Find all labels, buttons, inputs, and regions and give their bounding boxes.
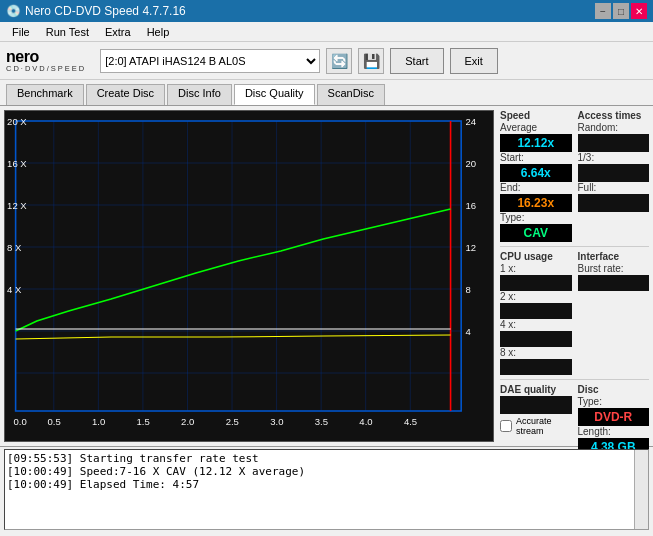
menu-file[interactable]: File bbox=[4, 25, 38, 39]
disc-title: Disc bbox=[578, 384, 650, 395]
disc-type-value: DVD-R bbox=[578, 408, 650, 426]
titlebar-controls: − □ ✕ bbox=[595, 3, 647, 19]
cpu-8x-value bbox=[500, 359, 572, 375]
right-panel: Speed Average 12.12x Start: 6.64x End: 1… bbox=[498, 106, 653, 446]
menu-extra[interactable]: Extra bbox=[97, 25, 139, 39]
random-value bbox=[578, 134, 650, 152]
save-button[interactable]: 💾 bbox=[358, 48, 384, 74]
minimize-button[interactable]: − bbox=[595, 3, 611, 19]
disc-length-label: Length: bbox=[578, 426, 650, 437]
x-label-35: 3.5 bbox=[315, 417, 328, 427]
tab-disc-info[interactable]: Disc Info bbox=[167, 84, 232, 105]
refresh-button[interactable]: 🔄 bbox=[326, 48, 352, 74]
random-label: Random: bbox=[578, 122, 650, 133]
y-label-16x: 16 X bbox=[7, 159, 27, 169]
speed-access-section: Speed Average 12.12x Start: 6.64x End: 1… bbox=[500, 110, 649, 242]
maximize-button[interactable]: □ bbox=[613, 3, 629, 19]
log-scrollbar[interactable] bbox=[634, 450, 648, 529]
y-label-8x: 8 X bbox=[7, 243, 21, 253]
log-line-1: [10:00:49] Speed:7-16 X CAV (12.12 X ave… bbox=[7, 465, 646, 478]
access-col: Access times Random: 1/3: Full: bbox=[578, 110, 650, 242]
cpu-title: CPU usage bbox=[500, 251, 572, 262]
exit-button[interactable]: Exit bbox=[450, 48, 498, 74]
svg-rect-0 bbox=[5, 111, 493, 441]
tab-disc-quality[interactable]: Disc Quality bbox=[234, 84, 315, 105]
nero-logo-sub: CD·DVD/SPEED bbox=[6, 65, 86, 73]
y-right-20: 20 bbox=[465, 159, 476, 169]
tab-scandisc[interactable]: ScanDisc bbox=[317, 84, 385, 105]
accurate-stream-row: Accurate stream bbox=[500, 416, 572, 436]
burst-label: Burst rate: bbox=[578, 263, 650, 274]
tab-benchmark[interactable]: Benchmark bbox=[6, 84, 84, 105]
average-value: 12.12x bbox=[500, 134, 572, 152]
accurate-stream-label: Accurate stream bbox=[516, 416, 572, 436]
dae-title: DAE quality bbox=[500, 384, 572, 395]
cpu-4x-label: 4 x: bbox=[500, 319, 572, 330]
menu-help[interactable]: Help bbox=[139, 25, 178, 39]
titlebar-left: 💿 Nero CD-DVD Speed 4.7.7.16 bbox=[6, 4, 186, 18]
y-label-4x: 4 X bbox=[7, 285, 21, 295]
y-right-24: 24 bbox=[465, 117, 476, 127]
titlebar: 💿 Nero CD-DVD Speed 4.7.7.16 − □ ✕ bbox=[0, 0, 653, 22]
y-label-12x: 12 X bbox=[7, 201, 27, 211]
log-line-0: [09:55:53] Starting transfer rate test bbox=[7, 452, 646, 465]
tabs-bar: Benchmark Create Disc Disc Info Disc Qua… bbox=[0, 80, 653, 106]
cpu-section: CPU usage 1 x: 2 x: 4 x: 8 x: Interface … bbox=[500, 251, 649, 375]
nero-logo-text: nero bbox=[6, 48, 86, 66]
one-third-value bbox=[578, 164, 650, 182]
app-title: Nero CD-DVD Speed 4.7.7.16 bbox=[25, 4, 186, 18]
x-label-3: 3.0 bbox=[270, 417, 283, 427]
cpu-col: CPU usage 1 x: 2 x: 4 x: 8 x: bbox=[500, 251, 572, 375]
y-right-8: 8 bbox=[465, 285, 470, 295]
access-title: Access times bbox=[578, 110, 650, 121]
cpu-8x-label: 8 x: bbox=[500, 347, 572, 358]
x-label-25: 2.5 bbox=[226, 417, 239, 427]
full-label: Full: bbox=[578, 182, 650, 193]
x-label-15: 1.5 bbox=[137, 417, 150, 427]
chart-svg: 20 X 16 X 12 X 8 X 4 X 24 20 16 12 8 4 0… bbox=[5, 111, 493, 441]
interface-title: Interface bbox=[578, 251, 650, 262]
x-label-0: 0.0 bbox=[13, 417, 26, 427]
burst-value bbox=[578, 275, 650, 291]
menu-runtest[interactable]: Run Test bbox=[38, 25, 97, 39]
y-label-20x: 20 X bbox=[7, 117, 27, 127]
x-label-4: 4.0 bbox=[359, 417, 372, 427]
disc-col: Disc Type: DVD-R Length: 4.38 GB bbox=[578, 384, 650, 456]
y-right-12: 12 bbox=[465, 243, 476, 253]
nero-logo: nero CD·DVD/SPEED bbox=[6, 48, 86, 74]
x-label-2: 2.0 bbox=[181, 417, 194, 427]
chart-container: 20 X 16 X 12 X 8 X 4 X 24 20 16 12 8 4 0… bbox=[4, 110, 494, 442]
average-label: Average bbox=[500, 122, 572, 133]
cpu-2x-value bbox=[500, 303, 572, 319]
x-label-05: 0.5 bbox=[47, 417, 60, 427]
close-button[interactable]: ✕ bbox=[631, 3, 647, 19]
speed-col: Speed Average 12.12x Start: 6.64x End: 1… bbox=[500, 110, 572, 242]
divider-1 bbox=[500, 246, 649, 247]
y-right-4: 4 bbox=[465, 327, 470, 337]
full-value bbox=[578, 194, 650, 212]
end-value: 16.23x bbox=[500, 194, 572, 212]
accurate-stream-checkbox[interactable] bbox=[500, 420, 512, 432]
menubar: File Run Test Extra Help bbox=[0, 22, 653, 42]
start-button[interactable]: Start bbox=[390, 48, 443, 74]
one-third-label: 1/3: bbox=[578, 152, 650, 163]
x-label-45: 4.5 bbox=[404, 417, 417, 427]
speed-title: Speed bbox=[500, 110, 572, 121]
log-content: [09:55:53] Starting transfer rate test [… bbox=[4, 449, 649, 530]
start-value: 6.64x bbox=[500, 164, 572, 182]
cpu-2x-label: 2 x: bbox=[500, 291, 572, 302]
type-value: CAV bbox=[500, 224, 572, 242]
dae-value bbox=[500, 396, 572, 414]
y-right-16: 16 bbox=[465, 201, 476, 211]
toolbar: nero CD·DVD/SPEED [2:0] ATAPI iHAS124 B … bbox=[0, 42, 653, 80]
type-label: Type: bbox=[500, 212, 572, 223]
drive-selector[interactable]: [2:0] ATAPI iHAS124 B AL0S bbox=[100, 49, 320, 73]
dae-col: DAE quality Accurate stream bbox=[500, 384, 572, 456]
main-area: 20 X 16 X 12 X 8 X 4 X 24 20 16 12 8 4 0… bbox=[0, 106, 653, 446]
cpu-1x-label: 1 x: bbox=[500, 263, 572, 274]
divider-2 bbox=[500, 379, 649, 380]
dae-disc-section: DAE quality Accurate stream Disc Type: D… bbox=[500, 384, 649, 456]
cpu-4x-value bbox=[500, 331, 572, 347]
tab-create-disc[interactable]: Create Disc bbox=[86, 84, 165, 105]
app-icon: 💿 bbox=[6, 4, 21, 18]
